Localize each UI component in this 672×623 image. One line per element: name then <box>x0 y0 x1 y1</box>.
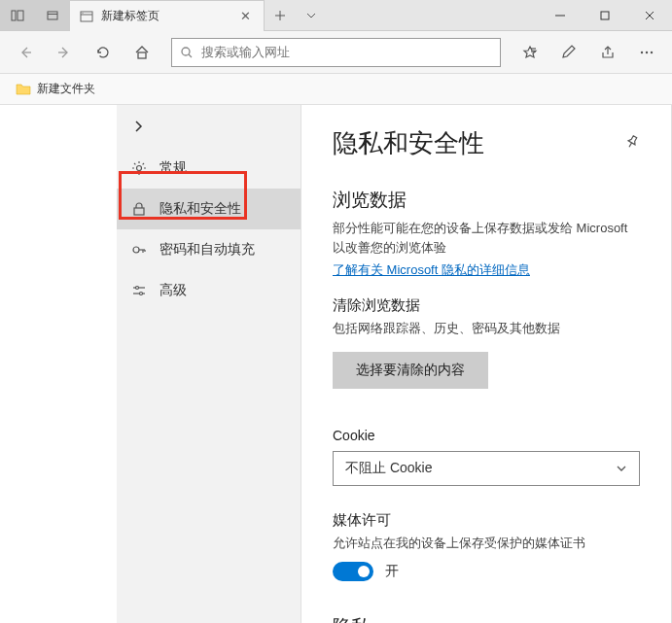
folder-icon <box>16 83 31 95</box>
nav-label: 密码和自动填充 <box>159 241 255 259</box>
toggle-label: 开 <box>385 563 399 580</box>
svg-rect-0 <box>12 11 16 20</box>
sliders-icon <box>130 282 148 299</box>
tab-close-button[interactable]: ✕ <box>236 8 254 25</box>
chevron-down-icon <box>616 463 627 474</box>
page-blank-area <box>0 105 117 623</box>
share-button[interactable] <box>590 35 625 70</box>
set-aside-tabs-button[interactable] <box>0 0 35 31</box>
media-section: 媒体许可 允许站点在我的设备上保存受保护的媒体证书 开 <box>333 511 640 582</box>
settings-content: 隐私和安全性 浏览数据 部分性能可能在您的设备上保存数据或发给 Microsof… <box>301 105 672 623</box>
show-tabs-button[interactable] <box>35 0 70 31</box>
favorites-bar: 新建文件夹 <box>0 74 672 105</box>
nav-label: 常规 <box>159 159 187 177</box>
addressbar[interactable] <box>171 38 501 67</box>
svg-rect-10 <box>601 12 609 19</box>
svg-rect-1 <box>18 11 23 20</box>
media-desc: 允许站点在我的设备上保存受保护的媒体证书 <box>333 534 640 553</box>
svg-rect-15 <box>138 52 146 58</box>
svg-rect-2 <box>48 12 57 19</box>
nav-item-privacy[interactable]: 隐私和安全性 <box>117 189 301 229</box>
gear-icon <box>130 159 148 177</box>
maximize-button[interactable] <box>583 0 627 31</box>
cookie-section: Cookie 不阻止 Cookie <box>333 428 640 486</box>
clear-data-title: 清除浏览数据 <box>333 296 640 315</box>
nav-label: 隐私和安全性 <box>159 200 241 218</box>
tab-actions <box>265 0 327 30</box>
window-controls <box>538 0 672 30</box>
cookie-label: Cookie <box>333 428 640 443</box>
home-button[interactable] <box>124 35 159 70</box>
privacy-info-link[interactable]: 了解有关 Microsoft 隐私的详细信息 <box>333 261 530 279</box>
svg-point-23 <box>646 51 648 52</box>
forward-button[interactable] <box>47 35 82 70</box>
tab-title: 新建标签页 <box>101 8 229 24</box>
media-title: 媒体许可 <box>333 511 640 530</box>
settings-sidebar: 常规 隐私和安全性 密码和自动填充 高级 <box>117 105 301 623</box>
minimize-button[interactable] <box>538 0 583 31</box>
svg-point-32 <box>136 287 139 290</box>
media-toggle[interactable] <box>333 562 373 581</box>
refresh-button[interactable] <box>86 35 121 70</box>
cookie-value: 不阻止 Cookie <box>345 460 432 477</box>
nav-back-button[interactable] <box>117 105 301 148</box>
nav-item-general[interactable]: 常规 <box>117 148 301 189</box>
address-input[interactable] <box>201 45 492 59</box>
key-icon <box>130 241 148 259</box>
back-button[interactable] <box>8 35 43 70</box>
svg-point-16 <box>182 48 190 55</box>
svg-point-27 <box>133 247 139 253</box>
lock-icon <box>130 200 148 218</box>
choose-clear-button[interactable]: 选择要清除的内容 <box>333 352 488 389</box>
favorites-button[interactable] <box>513 35 548 70</box>
search-icon <box>180 46 194 59</box>
privacy-section: 隐私 <box>333 614 640 623</box>
content-area: 常规 隐私和安全性 密码和自动填充 高级 隐私和安全性 <box>0 105 672 623</box>
browser-tab[interactable]: 新建标签页 ✕ <box>70 0 265 31</box>
privacy-title: 隐私 <box>333 614 640 623</box>
section-title: 浏览数据 <box>333 188 640 213</box>
svg-line-17 <box>189 54 192 57</box>
nav-item-passwords[interactable]: 密码和自动填充 <box>117 229 301 270</box>
cookie-select[interactable]: 不阻止 Cookie <box>333 451 640 486</box>
more-button[interactable] <box>629 35 664 70</box>
page-title: 隐私和安全性 <box>333 126 484 160</box>
titlebar: 新建标签页 ✕ <box>0 0 672 31</box>
pin-button[interactable] <box>624 134 640 154</box>
tab-dropdown-button[interactable] <box>296 0 327 31</box>
favorites-folder[interactable]: 新建文件夹 <box>37 81 95 97</box>
close-window-button[interactable] <box>627 0 672 31</box>
svg-point-22 <box>641 51 643 52</box>
svg-point-6 <box>83 13 84 14</box>
tab-page-icon <box>80 10 93 23</box>
svg-point-34 <box>140 293 143 295</box>
notes-button[interactable] <box>551 35 586 70</box>
svg-point-24 <box>651 51 653 52</box>
nav-label: 高级 <box>159 282 187 299</box>
clear-data-desc: 包括网络跟踪器、历史、密码及其他数据 <box>333 319 640 338</box>
toolbar <box>0 31 672 74</box>
section-desc: 部分性能可能在您的设备上保存数据或发给 Microsoft 以改善您的浏览体验 <box>333 219 640 257</box>
svg-rect-26 <box>134 208 144 215</box>
new-tab-button[interactable] <box>265 0 296 31</box>
nav-item-advanced[interactable]: 高级 <box>117 270 301 311</box>
svg-point-25 <box>137 166 142 171</box>
browsing-data-section: 浏览数据 部分性能可能在您的设备上保存数据或发给 Microsoft 以改善您的… <box>333 188 640 412</box>
titlebar-left-buttons <box>0 0 70 30</box>
